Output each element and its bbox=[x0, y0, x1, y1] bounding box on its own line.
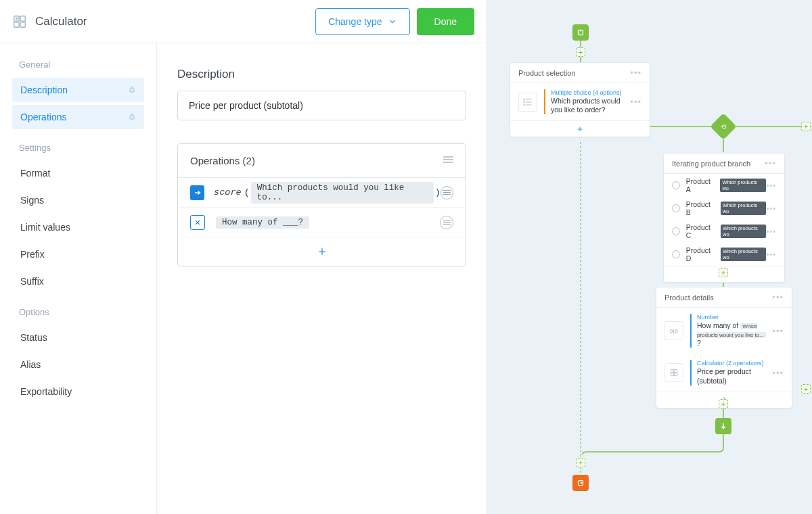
description-heading: Description bbox=[177, 68, 466, 81]
more-icon[interactable]: ••• bbox=[772, 368, 784, 378]
operation-row[interactable]: How many of ___? bbox=[178, 208, 466, 237]
add-node-button[interactable] bbox=[719, 268, 728, 277]
more-icon[interactable]: ••• bbox=[766, 204, 776, 212]
svg-rect-35 bbox=[671, 369, 673, 372]
number-icon: 0|0 bbox=[664, 321, 683, 340]
branch-option[interactable]: Product DWhich products wo••• bbox=[664, 243, 784, 266]
sidebar-item-format[interactable]: Format bbox=[12, 161, 144, 185]
sidebar-item-description[interactable]: Description bbox=[12, 78, 144, 102]
add-node-button[interactable] bbox=[801, 384, 811, 394]
more-icon[interactable]: ••• bbox=[766, 250, 776, 258]
continue-node[interactable] bbox=[715, 418, 731, 434]
page-title: Calculator bbox=[35, 15, 315, 28]
flow-canvas[interactable]: Product selection ••• Multiple choice (4… bbox=[487, 0, 812, 514]
sidebar-item-suffix[interactable]: Suffix bbox=[12, 269, 144, 294]
more-icon[interactable]: ••• bbox=[630, 68, 641, 78]
svg-rect-6 bbox=[130, 89, 134, 93]
sidebar-item-signs[interactable]: Signs bbox=[12, 188, 144, 212]
start-node[interactable] bbox=[572, 24, 589, 41]
svg-rect-38 bbox=[675, 373, 677, 376]
more-icon[interactable]: ••• bbox=[630, 97, 641, 107]
svg-rect-7 bbox=[130, 116, 134, 120]
more-icon[interactable]: ••• bbox=[772, 292, 784, 302]
sidebar-item-operations[interactable]: Operations bbox=[12, 105, 144, 129]
operation-chip[interactable]: How many of ___? bbox=[216, 216, 309, 229]
branch-option[interactable]: Product AWhich products wo••• bbox=[664, 174, 784, 197]
more-icon[interactable]: ••• bbox=[772, 326, 784, 336]
svg-point-28 bbox=[524, 99, 524, 99]
svg-rect-36 bbox=[675, 369, 677, 372]
sidebar-item-status[interactable]: Status bbox=[12, 325, 144, 350]
sidebar-item-exportability[interactable]: Exportability bbox=[12, 379, 144, 404]
nav-group-settings: Settings bbox=[19, 143, 144, 153]
multiply-icon bbox=[190, 215, 205, 230]
assign-icon bbox=[190, 185, 204, 200]
more-icon[interactable]: ••• bbox=[766, 227, 776, 235]
card-iterating-branch[interactable]: Iterating product branch ••• Product AWh… bbox=[663, 153, 785, 283]
svg-rect-3 bbox=[20, 22, 25, 26]
nav-group-general: General bbox=[19, 60, 144, 70]
row-menu-icon[interactable] bbox=[441, 186, 453, 200]
sidebar-item-prefix[interactable]: Prefix bbox=[12, 242, 144, 266]
add-operation-button[interactable] bbox=[178, 237, 466, 266]
end-node[interactable] bbox=[572, 475, 589, 491]
chevron-down-icon bbox=[388, 17, 397, 26]
svg-rect-1 bbox=[20, 16, 25, 20]
row-menu-icon[interactable] bbox=[440, 216, 453, 229]
add-node-button[interactable] bbox=[576, 47, 585, 57]
branch-option[interactable]: Product CWhich products wo••• bbox=[664, 220, 784, 243]
description-input[interactable] bbox=[177, 91, 466, 120]
add-node-button[interactable] bbox=[801, 122, 811, 131]
lock-icon bbox=[128, 85, 136, 95]
change-type-button[interactable]: Change type bbox=[315, 8, 409, 35]
more-icon[interactable]: ••• bbox=[766, 181, 776, 189]
svg-point-30 bbox=[524, 104, 524, 105]
add-node-button[interactable] bbox=[576, 458, 585, 467]
card-product-details[interactable]: Product details ••• 0|0 Number How many … bbox=[656, 287, 792, 408]
branch-option[interactable]: Product BWhich products wo••• bbox=[664, 197, 784, 220]
add-row-button[interactable] bbox=[510, 120, 650, 137]
svg-point-29 bbox=[524, 101, 524, 102]
svg-rect-37 bbox=[671, 373, 673, 376]
lock-icon bbox=[128, 112, 136, 122]
sidebar-item-limit-values[interactable]: Limit values bbox=[12, 215, 144, 239]
operations-title: Operations (2) bbox=[190, 155, 443, 166]
nav-group-options: Options bbox=[19, 307, 144, 317]
list-icon bbox=[518, 93, 537, 112]
calculator-icon bbox=[12, 14, 27, 29]
card-product-selection[interactable]: Product selection ••• Multiple choice (4… bbox=[510, 62, 650, 137]
operation-row[interactable]: score ( Which products would you like to… bbox=[178, 178, 466, 208]
hamburger-icon[interactable] bbox=[443, 156, 453, 166]
done-button[interactable]: Done bbox=[417, 8, 474, 35]
svg-rect-2 bbox=[14, 22, 19, 26]
more-icon[interactable]: ••• bbox=[765, 158, 776, 168]
operation-chip[interactable]: Which products would you like to... bbox=[251, 182, 434, 204]
calculator-icon bbox=[664, 363, 683, 382]
sidebar-item-alias[interactable]: Alias bbox=[12, 352, 144, 377]
operations-box: Operations (2) score ( Which products wo… bbox=[177, 143, 466, 266]
add-node-button[interactable] bbox=[719, 399, 728, 408]
